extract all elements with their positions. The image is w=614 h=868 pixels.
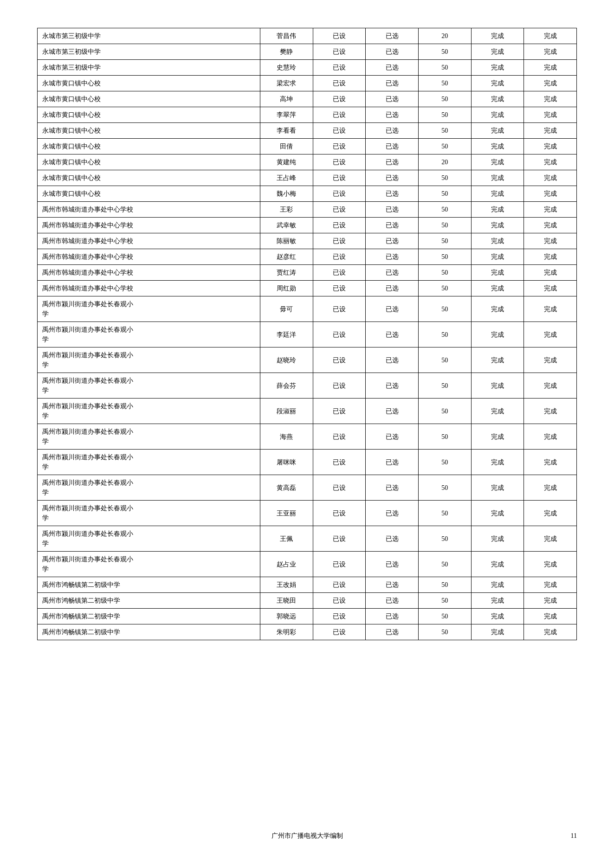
status1-cell: 已设 [313, 526, 366, 552]
status1-cell: 已设 [313, 28, 366, 44]
status1-cell: 已设 [313, 218, 366, 233]
count-cell: 50 [418, 107, 471, 123]
status1-cell: 已设 [313, 249, 366, 265]
status2-cell: 已选 [366, 91, 419, 107]
table-row: 永城市黄口镇中心校李看看已设已选50完成完成 [38, 123, 577, 139]
status3-cell: 完成 [471, 296, 524, 322]
count-cell: 50 [418, 60, 471, 76]
school-cell: 永城市第三初级中学 [38, 60, 260, 76]
status4-cell: 完成 [524, 218, 577, 233]
status3-cell: 完成 [471, 322, 524, 347]
status3-cell: 完成 [471, 593, 524, 609]
status2-cell: 已选 [366, 265, 419, 281]
status2-cell: 已选 [366, 154, 419, 170]
count-cell: 50 [418, 123, 471, 139]
status1-cell: 已设 [313, 609, 366, 624]
school-cell: 永城市第三初级中学 [38, 44, 260, 60]
status1-cell: 已设 [313, 552, 366, 577]
status3-cell: 完成 [471, 107, 524, 123]
count-cell: 50 [418, 373, 471, 399]
status4-cell: 完成 [524, 399, 577, 424]
name-cell: 史慧玲 [260, 60, 313, 76]
name-cell: 菅昌伟 [260, 28, 313, 44]
name-cell: 赵晓玲 [260, 347, 313, 373]
status1-cell: 已设 [313, 450, 366, 475]
status2-cell: 已选 [366, 577, 419, 593]
status3-cell: 完成 [471, 501, 524, 526]
status4-cell: 完成 [524, 593, 577, 609]
count-cell: 50 [418, 624, 471, 640]
status2-cell: 已选 [366, 107, 419, 123]
name-cell: 陈丽敏 [260, 233, 313, 249]
school-cell: 禹州市韩城街道办事处中心学校 [38, 233, 260, 249]
table-row: 永城市第三初级中学史慧玲已设已选50完成完成 [38, 60, 577, 76]
table-row: 禹州市韩城街道办事处中心学校陈丽敏已设已选50完成完成 [38, 233, 577, 249]
status3-cell: 完成 [471, 123, 524, 139]
count-cell: 50 [418, 296, 471, 322]
status1-cell: 已设 [313, 186, 366, 202]
status3-cell: 完成 [471, 552, 524, 577]
table-row: 禹州市颍川街道办事处长春观小学薛会芬已设已选50完成完成 [38, 373, 577, 399]
name-cell: 武幸敏 [260, 218, 313, 233]
status1-cell: 已设 [313, 322, 366, 347]
status4-cell: 完成 [524, 373, 577, 399]
table-row: 永城市黄口镇中心校魏小梅已设已选50完成完成 [38, 186, 577, 202]
table-row: 禹州市韩城街道办事处中心学校周红勋已设已选50完成完成 [38, 281, 577, 296]
status4-cell: 完成 [524, 281, 577, 296]
status3-cell: 完成 [471, 139, 524, 154]
name-cell: 王亚丽 [260, 501, 313, 526]
status2-cell: 已选 [366, 281, 419, 296]
count-cell: 50 [418, 501, 471, 526]
name-cell: 王彩 [260, 202, 313, 218]
school-cell: 永城市黄口镇中心校 [38, 186, 260, 202]
status3-cell: 完成 [471, 218, 524, 233]
table-row: 禹州市颍川街道办事处长春观小学王亚丽已设已选50完成完成 [38, 501, 577, 526]
table-row: 禹州市韩城街道办事处中心学校赵彦红已设已选50完成完成 [38, 249, 577, 265]
name-cell: 贾红涛 [260, 265, 313, 281]
school-cell: 禹州市韩城街道办事处中心学校 [38, 218, 260, 233]
table-row: 禹州市颍川街道办事处长春观小学段淑丽已设已选50完成完成 [38, 399, 577, 424]
status1-cell: 已设 [313, 60, 366, 76]
status2-cell: 已选 [366, 170, 419, 186]
school-cell: 永城市黄口镇中心校 [38, 170, 260, 186]
status3-cell: 完成 [471, 399, 524, 424]
school-cell: 永城市第三初级中学 [38, 28, 260, 44]
status4-cell: 完成 [524, 577, 577, 593]
status3-cell: 完成 [471, 154, 524, 170]
status3-cell: 完成 [471, 424, 524, 450]
status2-cell: 已选 [366, 218, 419, 233]
status4-cell: 完成 [524, 249, 577, 265]
status3-cell: 完成 [471, 347, 524, 373]
status2-cell: 已选 [366, 186, 419, 202]
name-cell: 王占峰 [260, 170, 313, 186]
status2-cell: 已选 [366, 123, 419, 139]
status3-cell: 完成 [471, 526, 524, 552]
count-cell: 50 [418, 139, 471, 154]
status4-cell: 完成 [524, 296, 577, 322]
status1-cell: 已设 [313, 399, 366, 424]
count-cell: 20 [418, 154, 471, 170]
school-cell: 禹州市颍川街道办事处长春观小学 [38, 399, 260, 424]
status4-cell: 完成 [524, 202, 577, 218]
school-cell: 禹州市鸿畅镇第二初级中学 [38, 593, 260, 609]
school-cell: 禹州市颍川街道办事处长春观小学 [38, 475, 260, 501]
status1-cell: 已设 [313, 233, 366, 249]
status4-cell: 完成 [524, 60, 577, 76]
count-cell: 50 [418, 424, 471, 450]
status2-cell: 已选 [366, 373, 419, 399]
status1-cell: 已设 [313, 91, 366, 107]
status2-cell: 已选 [366, 424, 419, 450]
status1-cell: 已设 [313, 202, 366, 218]
status4-cell: 完成 [524, 91, 577, 107]
status2-cell: 已选 [366, 624, 419, 640]
status1-cell: 已设 [313, 501, 366, 526]
name-cell: 郭晓远 [260, 609, 313, 624]
count-cell: 50 [418, 475, 471, 501]
name-cell: 李廷洋 [260, 322, 313, 347]
school-cell: 禹州市颍川街道办事处长春观小学 [38, 296, 260, 322]
count-cell: 50 [418, 609, 471, 624]
status2-cell: 已选 [366, 501, 419, 526]
status3-cell: 完成 [471, 60, 524, 76]
table-row: 永城市黄口镇中心校田倩已设已选50完成完成 [38, 139, 577, 154]
status2-cell: 已选 [366, 249, 419, 265]
